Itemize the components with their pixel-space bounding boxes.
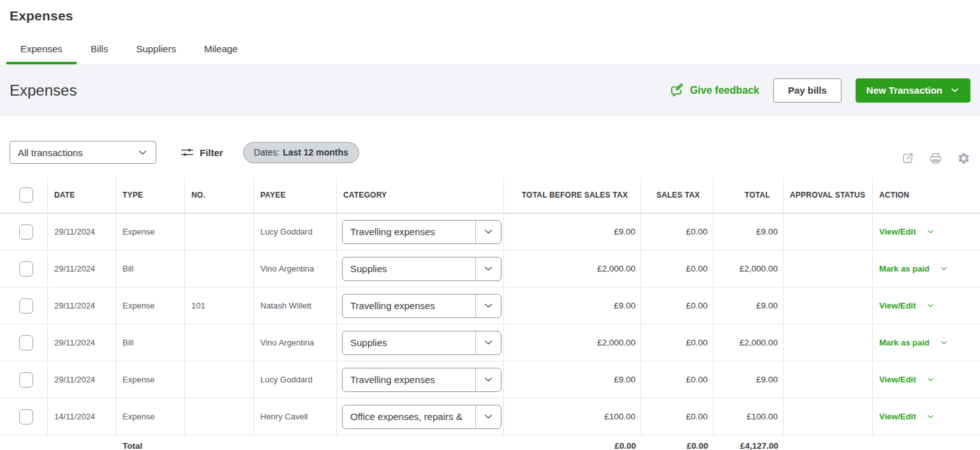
print-icon[interactable] bbox=[929, 152, 942, 165]
table-row: 29/11/2024 Expense Lucy Goddard Travelli… bbox=[0, 361, 980, 398]
total-cell: £2,000.00 bbox=[713, 250, 783, 287]
header-type[interactable]: TYPE bbox=[116, 177, 185, 213]
total-cell: £9.00 bbox=[713, 287, 783, 324]
header-payee[interactable]: PAYEE bbox=[254, 177, 337, 213]
type-cell: Expense bbox=[116, 361, 185, 398]
header-actions: Give feedback Pay bills New Transaction bbox=[670, 78, 970, 103]
table-totals-row: Total £0.00 £0.00 £4,127.00 bbox=[0, 435, 980, 450]
category-select[interactable]: Travelling expenses bbox=[342, 220, 501, 244]
tab-bills[interactable]: Bills bbox=[77, 37, 122, 64]
type-cell: Bill bbox=[116, 324, 185, 361]
row-checkbox[interactable] bbox=[19, 409, 33, 425]
action-cell: View/Edit bbox=[873, 287, 980, 324]
row-select-cell bbox=[0, 361, 48, 398]
row-select-cell bbox=[0, 250, 48, 287]
pay-bills-button[interactable]: Pay bills bbox=[773, 78, 842, 103]
sales-tax-cell: £0.00 bbox=[641, 214, 713, 250]
category-select[interactable]: Supplies bbox=[342, 331, 501, 355]
total-cell: £9.00 bbox=[713, 361, 783, 398]
action-link[interactable]: Mark as paid bbox=[879, 338, 930, 347]
no-cell bbox=[185, 250, 254, 287]
totals-total: £4,127.00 bbox=[713, 441, 783, 450]
chevron-down-icon[interactable] bbox=[926, 228, 935, 236]
filter-label: Filter bbox=[200, 147, 223, 158]
category-select[interactable]: Office expenses, repairs & bbox=[342, 405, 501, 429]
total-before-tax-cell: £9.00 bbox=[504, 361, 641, 398]
action-link[interactable]: Mark as paid bbox=[879, 264, 930, 273]
date-cell: 29/11/2024 bbox=[48, 250, 116, 287]
gear-icon[interactable] bbox=[957, 152, 970, 165]
header-date[interactable]: DATE bbox=[48, 177, 116, 213]
category-value: Travelling expenses bbox=[343, 226, 475, 237]
filter-button[interactable]: Filter bbox=[181, 147, 223, 158]
row-select-cell bbox=[0, 214, 48, 250]
dates-filter-chip[interactable]: Dates: Last 12 months bbox=[243, 142, 359, 163]
row-checkbox[interactable] bbox=[19, 372, 33, 388]
chevron-down-icon[interactable] bbox=[940, 265, 948, 273]
table-row: 29/11/2024 Expense Lucy Goddard Travelli… bbox=[0, 214, 980, 250]
sales-tax-cell: £0.00 bbox=[641, 324, 713, 361]
category-value: Travelling expenses bbox=[343, 300, 475, 311]
approval-status-cell bbox=[783, 214, 873, 250]
action-cell: Mark as paid bbox=[873, 324, 980, 361]
totals-total-before-tax: £0.00 bbox=[504, 441, 641, 450]
header-no[interactable]: NO. bbox=[185, 177, 254, 213]
no-cell bbox=[185, 398, 254, 435]
payee-cell: Lucy Goddard bbox=[254, 214, 337, 250]
category-cell: Supplies bbox=[337, 324, 504, 361]
chevron-down-icon bbox=[475, 405, 501, 428]
export-icon[interactable] bbox=[902, 152, 914, 164]
row-checkbox[interactable] bbox=[19, 335, 33, 351]
row-checkbox[interactable] bbox=[19, 261, 33, 277]
header-total-before-tax[interactable]: TOTAL BEFORE SALES TAX bbox=[504, 177, 641, 213]
page-title: Expenses bbox=[0, 0, 980, 24]
chevron-down-icon[interactable] bbox=[940, 338, 948, 347]
header-total[interactable]: TOTAL bbox=[713, 177, 783, 213]
total-before-tax-cell: £2,000.00 bbox=[504, 250, 641, 287]
category-cell: Office expenses, repairs & bbox=[337, 398, 504, 435]
dates-value: Last 12 months bbox=[283, 147, 348, 157]
chevron-down-icon bbox=[475, 368, 501, 391]
chevron-down-icon[interactable] bbox=[926, 301, 935, 310]
tab-mileage[interactable]: Mileage bbox=[190, 37, 252, 64]
type-cell: Expense bbox=[116, 287, 185, 324]
action-link[interactable]: View/Edit bbox=[879, 227, 916, 236]
tab-suppliers[interactable]: Suppliers bbox=[122, 37, 190, 64]
new-transaction-button[interactable]: New Transaction bbox=[856, 78, 970, 103]
table-row: 14/11/2024 Expense Henry Cavell Office e… bbox=[0, 398, 980, 435]
give-feedback-link[interactable]: Give feedback bbox=[670, 83, 759, 98]
row-checkbox[interactable] bbox=[19, 298, 33, 314]
row-checkbox[interactable] bbox=[19, 224, 33, 240]
total-before-tax-cell: £2,000.00 bbox=[504, 324, 641, 361]
chevron-down-icon[interactable] bbox=[926, 412, 935, 421]
new-transaction-label: New Transaction bbox=[866, 85, 942, 96]
category-select[interactable]: Supplies bbox=[342, 257, 501, 281]
tab-expenses[interactable]: Expenses bbox=[6, 37, 77, 64]
action-link[interactable]: View/Edit bbox=[879, 301, 916, 310]
payee-cell: Henry Cavell bbox=[254, 398, 337, 435]
category-cell: Travelling expenses bbox=[337, 214, 504, 250]
date-cell: 29/11/2024 bbox=[48, 214, 116, 250]
category-cell: Travelling expenses bbox=[337, 361, 504, 398]
chevron-down-icon bbox=[475, 258, 501, 280]
action-link[interactable]: View/Edit bbox=[879, 412, 916, 421]
category-value: Travelling expenses bbox=[343, 374, 475, 385]
category-value: Supplies bbox=[343, 263, 475, 274]
category-value: Office expenses, repairs & bbox=[343, 411, 475, 422]
category-select[interactable]: Travelling expenses bbox=[342, 368, 501, 392]
header-approval-status[interactable]: APPROVAL STATUS bbox=[783, 177, 873, 213]
header-category[interactable]: CATEGORY bbox=[337, 177, 504, 213]
total-cell: £9.00 bbox=[713, 214, 783, 250]
category-select[interactable]: Travelling expenses bbox=[342, 294, 501, 318]
select-all-checkbox[interactable] bbox=[19, 187, 33, 203]
action-link[interactable]: View/Edit bbox=[879, 375, 916, 384]
total-cell: £100.00 bbox=[713, 398, 783, 435]
category-cell: Supplies bbox=[337, 250, 504, 287]
filter-sliders-icon bbox=[181, 147, 194, 158]
transaction-type-select[interactable]: All transactions bbox=[10, 141, 156, 164]
total-before-tax-cell: £9.00 bbox=[504, 287, 641, 324]
chevron-down-icon[interactable] bbox=[926, 375, 935, 384]
total-before-tax-cell: £9.00 bbox=[504, 214, 641, 250]
chevron-down-icon bbox=[137, 147, 148, 158]
header-sales-tax[interactable]: SALES TAX bbox=[641, 177, 713, 213]
